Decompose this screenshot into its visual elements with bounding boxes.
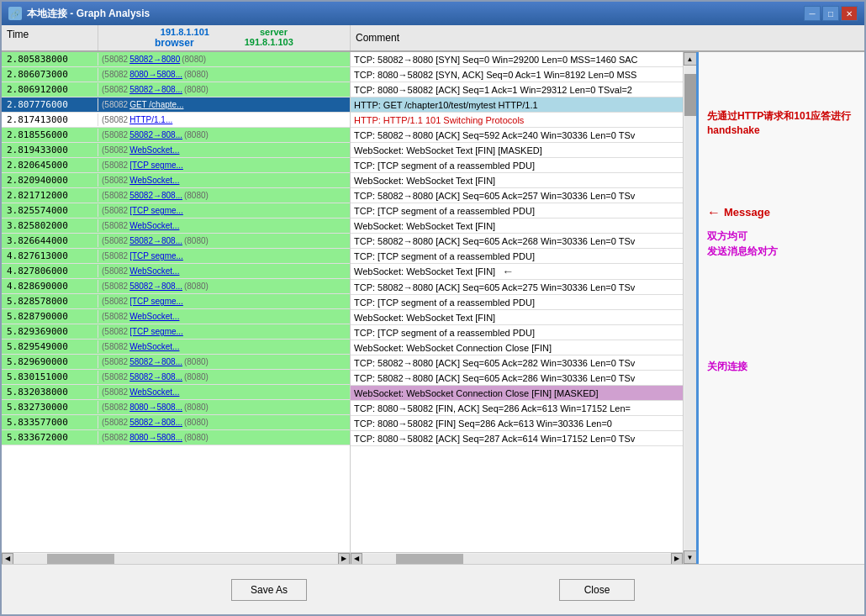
traffic-link[interactable]: WebSocket... <box>129 312 179 321</box>
table-row[interactable]: 5.828578000(58082[TCP segme... <box>2 294 350 309</box>
v-scroll-track[interactable] <box>684 66 696 550</box>
table-row[interactable]: 5.829549000(58082WebSocket... <box>2 340 350 355</box>
traffic-link[interactable]: 8080→5808... <box>129 403 182 412</box>
v-scroll-thumb[interactable] <box>684 74 696 116</box>
table-row[interactable]: 3.826644000(5808258082→808...(8080) <box>2 234 350 249</box>
port-suffix: (8080) <box>184 433 209 442</box>
time-cell: 2.820645000 <box>2 159 98 171</box>
h-scroll-thumb-left[interactable] <box>47 554 114 564</box>
table-row[interactable]: 5.832730000(580828080→5808...(8080) <box>2 400 350 415</box>
table-row[interactable]: 3.825802000(58082WebSocket... <box>2 218 350 234</box>
h-scroll-track-left[interactable] <box>13 554 338 564</box>
time-cell: 5.830151000 <box>2 371 98 383</box>
comment-row: TCP: [TCP segment of a reassembled PDU] <box>351 203 683 218</box>
traffic-link[interactable]: 8080→5808... <box>129 70 182 79</box>
traffic-link[interactable]: 58082→808... <box>129 236 182 245</box>
traffic-link[interactable]: GET /chapte... <box>129 100 183 109</box>
table-row[interactable]: 5.829369000(58082[TCP segme... <box>2 324 350 340</box>
h-scroll-track-right[interactable] <box>362 554 671 564</box>
traffic-link[interactable]: [TCP segme... <box>129 161 183 170</box>
traffic-link[interactable]: WebSocket... <box>129 145 179 155</box>
traffic-link[interactable]: 8080→5808... <box>129 433 182 442</box>
comment-row: TCP: 8080→58082 [FIN, ACK] Seq=286 Ack=6… <box>351 401 683 416</box>
traffic-link[interactable]: HTTP/1.1... <box>129 115 172 124</box>
traffic-link[interactable]: [TCP segme... <box>129 297 183 306</box>
traffic-link[interactable]: 58082→808... <box>129 191 182 200</box>
traffic-link[interactable]: WebSocket... <box>129 342 179 351</box>
right-horizontal-scrollbar[interactable]: ◀ ▶ <box>351 552 683 564</box>
traffic-cell: (58082[TCP segme... <box>98 296 350 307</box>
port-label: (58082 <box>102 418 128 427</box>
vertical-scrollbar[interactable]: ▲ ▼ <box>683 52 696 564</box>
time-cell: 2.805838000 <box>2 53 98 66</box>
maximize-button[interactable]: □ <box>822 6 839 21</box>
port-label: (58082 <box>102 251 128 261</box>
minimize-button[interactable]: ─ <box>804 6 821 21</box>
comment-row: WebSocket: WebSocket Text [FIN] [MASKED] <box>351 143 683 158</box>
traffic-cell: (58082[TCP segme... <box>98 205 350 216</box>
traffic-link[interactable]: WebSocket... <box>129 387 179 397</box>
comment-text: TCP: 58082→8080 [ACK] Seq=605 Ack=257 Wi… <box>354 191 635 201</box>
comment-row: WebSocket: WebSocket Connection Close [F… <box>351 340 683 355</box>
table-row[interactable]: 2.820940000(58082WebSocket... <box>2 173 350 188</box>
table-row[interactable]: 4.828690000(5808258082→808...(8080) <box>2 279 350 294</box>
traffic-link[interactable]: 58082→808... <box>129 418 182 427</box>
port-label: (58082 <box>102 55 128 64</box>
right-scroll-right-arrow[interactable]: ▶ <box>671 553 683 565</box>
port-label: (58082 <box>102 282 128 291</box>
table-row[interactable]: 2.805838000(5808258082→8080(8080) <box>2 52 350 67</box>
traffic-link[interactable]: [TCP segme... <box>129 206 183 215</box>
port-suffix: (8080) <box>182 55 206 64</box>
table-row[interactable]: 3.825574000(58082[TCP segme... <box>2 203 350 218</box>
port-suffix: (8080) <box>184 70 209 79</box>
traffic-link[interactable]: WebSocket... <box>129 176 179 185</box>
traffic-link[interactable]: WebSocket... <box>129 221 179 230</box>
table-row[interactable]: 4.827806000(58082WebSocket... <box>2 264 350 279</box>
traffic-link[interactable]: 58082→808... <box>129 357 182 366</box>
save-as-button[interactable]: Save As <box>231 579 307 601</box>
right-panel: TCP: 58082→8080 [SYN] Seq=0 Win=29200 Le… <box>351 52 683 564</box>
table-row[interactable]: 2.807776000(58082GET /chapte... <box>2 97 350 113</box>
traffic-link[interactable]: 58082→808... <box>129 282 182 291</box>
table-row[interactable]: 2.820645000(58082[TCP segme... <box>2 158 350 173</box>
table-row[interactable]: 2.821712000(5808258082→808...(8080) <box>2 188 350 203</box>
table-row[interactable]: 2.806912000(5808258082→808...(8080) <box>2 82 350 97</box>
ip-row: 191.8.1.101 server <box>161 27 288 37</box>
traffic-link[interactable]: 58082→808... <box>129 85 182 94</box>
table-row[interactable]: 4.827613000(58082[TCP segme... <box>2 249 350 264</box>
table-row[interactable]: 2.818556000(5808258082→808...(8080) <box>2 128 350 143</box>
table-row[interactable]: 5.833672000(580828080→5808...(8080) <box>2 430 350 445</box>
table-row[interactable]: 2.806073000(580828080→5808...(8080) <box>2 67 350 82</box>
traffic-link[interactable]: 58082→808... <box>129 372 182 382</box>
comment-text: WebSocket: WebSocket Text [FIN] [MASKED] <box>354 145 542 155</box>
scroll-left-arrow[interactable]: ◀ <box>2 553 13 565</box>
traffic-link[interactable]: 58082→8080 <box>129 55 180 64</box>
traffic-link[interactable]: WebSocket... <box>129 266 179 276</box>
left-horizontal-scrollbar[interactable]: ◀ ▶ <box>2 552 350 564</box>
traffic-link[interactable]: 58082→808... <box>129 130 182 140</box>
close-window-button[interactable]: ✕ <box>841 6 858 21</box>
right-table-body[interactable]: TCP: 58082→8080 [SYN] Seq=0 Win=29200 Le… <box>351 52 683 552</box>
table-row[interactable]: 2.817413000(58082HTTP/1.1... <box>2 113 350 128</box>
traffic-link[interactable]: [TCP segme... <box>129 327 183 336</box>
time-cell: 5.832038000 <box>2 386 98 398</box>
table-row[interactable]: 5.828790000(58082WebSocket... <box>2 309 350 324</box>
scroll-up-arrow[interactable]: ▲ <box>684 52 697 66</box>
scroll-right-arrow[interactable]: ▶ <box>338 553 350 565</box>
scroll-down-arrow[interactable]: ▼ <box>684 550 697 564</box>
table-row[interactable]: 5.829690000(5808258082→808...(8080) <box>2 355 350 370</box>
comment-row: TCP: [TCP segment of a reassembled PDU] <box>351 325 683 340</box>
traffic-link[interactable]: [TCP segme... <box>129 251 183 261</box>
h-scroll-thumb-right[interactable] <box>396 554 463 564</box>
table-row[interactable]: 5.833577000(5808258082→808...(8080) <box>2 415 350 430</box>
right-scroll-left-arrow[interactable]: ◀ <box>351 553 362 565</box>
table-row[interactable]: 2.819433000(58082WebSocket... <box>2 143 350 158</box>
time-cell: 3.825574000 <box>2 204 98 217</box>
comment-row: TCP: [TCP segment of a reassembled PDU] <box>351 295 683 310</box>
time-cell: 3.826644000 <box>2 234 98 247</box>
close-button[interactable]: Close <box>559 579 635 601</box>
left-table-body[interactable]: 2.805838000(5808258082→8080(8080)2.80607… <box>2 52 350 552</box>
table-row[interactable]: 5.832038000(58082WebSocket... <box>2 385 350 400</box>
table-row[interactable]: 5.830151000(5808258082→808...(8080) <box>2 370 350 385</box>
time-cell: 4.827613000 <box>2 250 98 262</box>
